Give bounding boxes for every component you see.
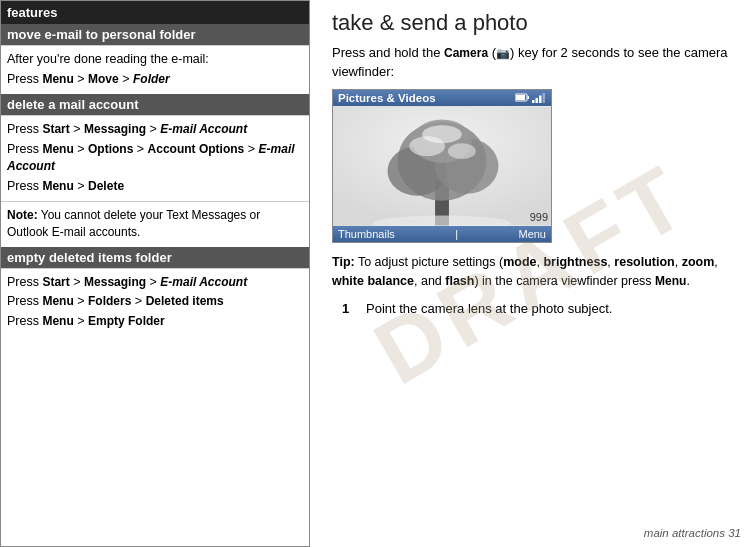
svg-point-14	[448, 143, 476, 159]
cell-empty-folder: Press Start > Messaging > E-mail Account…	[1, 268, 309, 337]
cell-text: After you're done reading the e-mail:	[7, 51, 303, 69]
page-title: take & send a photo	[332, 10, 737, 36]
step-1: 1 Point the camera lens at the photo sub…	[342, 300, 737, 318]
section-header-empty-folder: empty deleted items folder	[1, 247, 309, 268]
step-1-number: 1	[342, 300, 356, 318]
tip-section: Tip: To adjust picture settings (mode, b…	[332, 253, 737, 291]
cell-text: Press Start > Messaging > E-mail Account	[7, 121, 303, 139]
camera-viewfinder: Pictures & Videos	[332, 89, 552, 243]
tip-menu-key: Menu	[655, 274, 686, 288]
cell-text: Press Menu > Folders > Deleted items	[7, 293, 303, 311]
tip-and: , and	[414, 274, 445, 288]
right-content: DRAFT take & send a photo Press and hold…	[310, 0, 755, 547]
tip-items: mode	[503, 255, 536, 269]
cell-text: Press Menu > Move > Folder	[7, 71, 303, 89]
vf-titlebar: Pictures & Videos	[333, 90, 551, 106]
cell-note: Note: You cannot delete your Text Messag…	[1, 201, 309, 247]
note-text: Note: You cannot delete your Text Messag…	[7, 207, 303, 241]
section-header-move-email: move e-mail to personal folder	[1, 24, 309, 45]
cell-text: Press Menu > Empty Folder	[7, 313, 303, 331]
steps-list: 1 Point the camera lens at the photo sub…	[342, 300, 737, 318]
tip-suffix: ) in the camera viewfinder press	[474, 274, 655, 288]
vf-image-area: 999	[333, 106, 551, 226]
vf-title: Pictures & Videos	[338, 92, 436, 104]
tip-wb: white balance	[332, 274, 414, 288]
tip-flash: flash	[445, 274, 474, 288]
tip-comma4: ,	[714, 255, 717, 269]
vf-bottombar: Thumbnails | Menu	[333, 226, 551, 242]
svg-rect-3	[532, 100, 535, 103]
cell-move-email: After you're done reading the e-mail: Pr…	[1, 45, 309, 94]
svg-rect-2	[516, 95, 525, 100]
tip-label: Tip:	[332, 255, 355, 269]
table-header: features	[1, 1, 309, 24]
svg-rect-1	[528, 96, 530, 99]
vf-separator: |	[455, 228, 458, 240]
page-footer: main attractions 31	[644, 527, 741, 539]
cell-text: Press Start > Messaging > E-mail Account	[7, 274, 303, 292]
signal-icon	[532, 93, 546, 103]
tip-resolution: resolution	[614, 255, 674, 269]
tip-comma3: ,	[675, 255, 682, 269]
cell-delete-1: Press Start > Messaging > E-mail Account…	[1, 115, 309, 201]
cell-text: Press Menu > Options > Account Options >…	[7, 141, 303, 176]
tree-image	[333, 106, 551, 226]
vf-thumbnails: Thumbnails	[338, 228, 395, 240]
section-header-delete-account: delete a mail account	[1, 94, 309, 115]
vf-menu: Menu	[518, 228, 546, 240]
step-1-text: Point the camera lens at the photo subje…	[366, 300, 612, 318]
vf-icons	[515, 93, 546, 103]
tip-zoom: zoom	[682, 255, 715, 269]
svg-rect-6	[543, 93, 546, 103]
tip-intro: To adjust picture settings (	[358, 255, 503, 269]
battery-icon	[515, 93, 529, 102]
tip-brightness: brightness	[543, 255, 607, 269]
vf-counter: 999	[530, 211, 548, 223]
svg-rect-5	[539, 95, 542, 103]
svg-point-15	[422, 125, 462, 143]
intro-text: Press and hold the Camera (📷) key for 2 …	[332, 44, 737, 80]
svg-rect-4	[536, 98, 539, 103]
features-table: features move e-mail to personal folder …	[0, 0, 310, 547]
tip-period: .	[686, 274, 689, 288]
cell-text: Press Menu > Delete	[7, 178, 303, 196]
